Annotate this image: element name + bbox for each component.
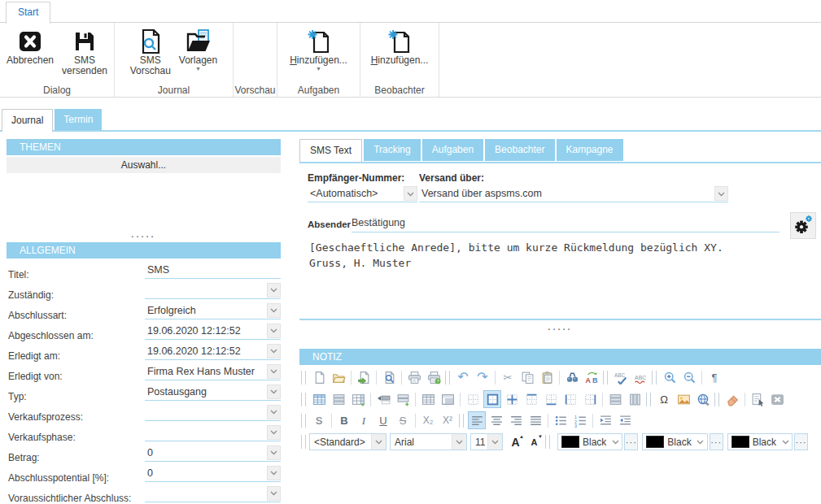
- distribute-rows-icon[interactable]: [606, 390, 624, 408]
- text-color-picker-3[interactable]: Black: [727, 433, 793, 450]
- versand-dropdown[interactable]: Versand über aspsms.com: [419, 185, 728, 202]
- sms-versenden-button[interactable]: SMSversenden: [58, 25, 111, 78]
- spelling-icon[interactable]: ABC: [631, 368, 649, 386]
- dropdown-button[interactable]: [267, 466, 281, 480]
- align-left-icon[interactable]: [468, 411, 486, 429]
- dropdown-button[interactable]: [267, 445, 281, 460]
- field-dropdown[interactable]: Firma Rex Hans Muster: [145, 363, 281, 380]
- tab-start[interactable]: Start: [6, 2, 50, 24]
- settings-button[interactable]: [790, 212, 816, 239]
- insert-image-icon[interactable]: [675, 390, 692, 408]
- field-dropdown[interactable]: Erfolgreich: [145, 302, 281, 319]
- special-character-icon[interactable]: Ω: [655, 390, 673, 408]
- italic-icon[interactable]: I: [355, 411, 373, 429]
- open-icon[interactable]: [330, 368, 347, 386]
- dropdown-button[interactable]: [404, 186, 417, 201]
- bullet-list-icon[interactable]: [552, 411, 570, 429]
- tab-sms-text[interactable]: SMS Text: [299, 139, 362, 162]
- save-icon[interactable]: [355, 368, 373, 386]
- strikethrough-icon[interactable]: S: [394, 411, 412, 429]
- replace-icon[interactable]: AB: [583, 368, 600, 386]
- abbrechen-button[interactable]: Abbrechen: [2, 25, 58, 78]
- field-dropdown[interactable]: [145, 424, 281, 441]
- border-right-icon[interactable]: [581, 390, 599, 408]
- hinzufuegen-aufgabe-button[interactable]: Hinzufügen...▾: [286, 25, 352, 74]
- copy-icon[interactable]: [518, 368, 536, 386]
- eraser-icon[interactable]: [723, 390, 741, 408]
- delete-table-icon[interactable]: [768, 390, 786, 408]
- tab-journal[interactable]: Journal: [2, 109, 53, 132]
- outdent-icon[interactable]: [616, 411, 634, 429]
- tab-termin[interactable]: Termin: [55, 109, 102, 130]
- auswahl-button[interactable]: Auswahl...: [7, 157, 281, 173]
- new-document-icon[interactable]: [310, 368, 328, 386]
- border-bottom-icon[interactable]: [542, 390, 560, 408]
- splitter-handle[interactable]: .....: [7, 229, 281, 239]
- align-right-icon[interactable]: [507, 411, 525, 429]
- sms-message-text[interactable]: [Geschaeftliche Anrede], bitte um kurze …: [309, 240, 723, 271]
- field-dropdown[interactable]: 19.06.2020 12:12:52: [145, 343, 281, 360]
- font-size-select[interactable]: 11: [470, 433, 503, 450]
- increase-font-button[interactable]: A▲: [507, 433, 524, 451]
- dropdown-button[interactable]: [452, 434, 466, 450]
- dropdown-button[interactable]: [371, 434, 386, 450]
- print-settings-icon[interactable]: ?: [425, 368, 443, 386]
- tab-beobachter[interactable]: Beobachter: [485, 139, 554, 161]
- dropdown-button[interactable]: [267, 303, 281, 318]
- dropdown-button[interactable]: [267, 486, 281, 501]
- table-icon[interactable]: [419, 390, 437, 408]
- dropdown-button[interactable]: [267, 364, 281, 379]
- dropdown-button[interactable]: [267, 283, 281, 298]
- paste-icon[interactable]: [538, 368, 556, 386]
- styles-icon[interactable]: S: [310, 411, 328, 429]
- border-top-icon[interactable]: [522, 390, 540, 408]
- insert-table-icon[interactable]: [310, 390, 328, 408]
- absender-input[interactable]: Bestätigung: [352, 217, 405, 228]
- border-left-icon[interactable]: [561, 390, 579, 408]
- select-paste-icon[interactable]: [749, 390, 766, 408]
- paragraph-style-select[interactable]: <Standard>: [309, 433, 386, 450]
- table-column-icon[interactable]: [349, 390, 367, 408]
- undo-icon[interactable]: ↶: [454, 368, 472, 386]
- decrease-font-button[interactable]: A▼: [526, 433, 543, 451]
- border-outer-icon[interactable]: [483, 390, 501, 408]
- indent-icon[interactable]: [596, 411, 614, 429]
- more-colors-button[interactable]: ···: [794, 433, 808, 450]
- dropdown-button[interactable]: [779, 434, 792, 450]
- dropdown-button[interactable]: [694, 434, 707, 450]
- hyperlink-icon[interactable]: [694, 390, 712, 408]
- dropdown-button[interactable]: [267, 385, 281, 399]
- more-colors-button[interactable]: ···: [624, 433, 638, 450]
- hinzufuegen-beobachter-button[interactable]: Hinzufügen...: [367, 25, 433, 67]
- dropdown-button[interactable]: [714, 186, 728, 201]
- superscript-icon[interactable]: X²: [439, 411, 456, 429]
- font-family-select[interactable]: Arial: [390, 433, 467, 450]
- merge-cells-icon[interactable]: [439, 390, 456, 408]
- text-color-picker-2[interactable]: Black: [642, 433, 707, 450]
- border-none-icon[interactable]: [464, 390, 482, 408]
- more-colors-button[interactable]: ···: [710, 433, 723, 450]
- tab-kampagne[interactable]: Kampagne: [557, 139, 623, 161]
- tab-aufgaben[interactable]: Aufgaben: [422, 139, 483, 161]
- find-icon[interactable]: [563, 368, 581, 386]
- bold-icon[interactable]: B: [335, 411, 353, 429]
- subscript-icon[interactable]: X₂: [419, 411, 437, 429]
- tab-tracking[interactable]: Tracking: [364, 139, 421, 161]
- dropdown-button[interactable]: [487, 434, 502, 450]
- sms-vorschau-button[interactable]: SMSVorschau: [126, 25, 175, 78]
- field-dropdown[interactable]: 0: [145, 465, 281, 482]
- border-inner-icon[interactable]: [503, 390, 521, 408]
- dropdown-button[interactable]: [267, 425, 281, 440]
- field-dropdown[interactable]: Postausgang: [145, 384, 281, 401]
- dropdown-button[interactable]: [267, 344, 281, 358]
- dropdown-button[interactable]: [609, 434, 622, 450]
- table-rows-icon[interactable]: [330, 390, 347, 408]
- spellcheck-icon[interactable]: ABC: [612, 368, 630, 386]
- dropdown-button[interactable]: [267, 405, 281, 419]
- field-dropdown[interactable]: [145, 404, 281, 421]
- empfaenger-dropdown[interactable]: <Automatisch>: [308, 185, 417, 202]
- field-dropdown[interactable]: 19.06.2020 12:12:52: [145, 323, 281, 340]
- field-dropdown[interactable]: 0: [145, 445, 281, 462]
- cut-icon[interactable]: ✂: [499, 368, 517, 386]
- dropdown-button[interactable]: [267, 324, 281, 338]
